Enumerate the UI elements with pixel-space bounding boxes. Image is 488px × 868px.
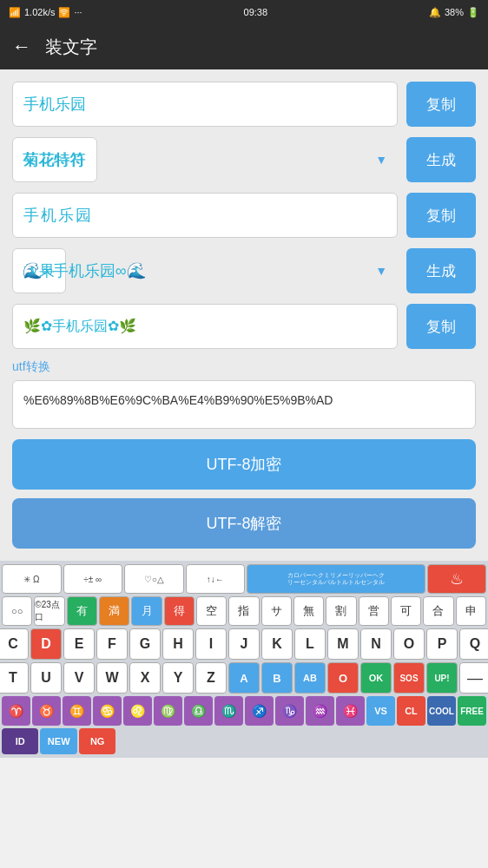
kb-aries[interactable]: ♈	[2, 696, 30, 726]
kb-cn-wu[interactable]: 無	[293, 596, 324, 626]
kb-letter-Q[interactable]: Q	[459, 628, 488, 660]
kb-cn-23[interactable]: ©23点口	[34, 596, 64, 626]
kb-new[interactable]: NEW	[40, 728, 76, 754]
kb-badge-O[interactable]: O	[327, 662, 359, 694]
kb-letter-L[interactable]: L	[294, 628, 326, 660]
back-button[interactable]: ←	[12, 36, 31, 58]
kb-cn-man[interactable]: 満	[99, 596, 129, 626]
kb-badge-A[interactable]: A	[228, 662, 260, 694]
status-bar: 📶 1.02k/s 🛜 ··· 09:38 🔔 38% 🔋	[0, 0, 488, 24]
kb-cn-you[interactable]: 有	[67, 596, 97, 626]
kb-capricorn[interactable]: ♑	[275, 696, 304, 726]
kb-free[interactable]: FREE	[458, 696, 486, 726]
kb-leo[interactable]: ♌	[123, 696, 152, 726]
kb-letter-E[interactable]: E	[63, 628, 95, 660]
kb-cn-row: ○○ ©23点口 有 満 月 得 空 指 サ 無 割 営 可 合 申	[2, 596, 486, 626]
kb-letter-T[interactable]: T	[0, 662, 29, 694]
kb-taurus[interactable]: ♉	[32, 696, 61, 726]
utf-decrypt-button[interactable]: UTF-8解密	[12, 498, 476, 549]
utf-encrypt-button[interactable]: UTF-8加密	[12, 439, 476, 490]
kb-letter-Y[interactable]: Y	[162, 662, 194, 694]
generate-button-2[interactable]: 生成	[406, 248, 476, 293]
kb-letter-M[interactable]: M	[327, 628, 359, 660]
kb-badge-OK[interactable]: OK	[360, 662, 392, 694]
kb-letter-W[interactable]: W	[96, 662, 128, 694]
kb-scorpio[interactable]: ♏	[214, 696, 243, 726]
signal-speed: 1.02k/s	[24, 7, 55, 17]
kb-badge-UP[interactable]: UP!	[426, 662, 458, 694]
kb-cancer[interactable]: ♋	[93, 696, 122, 726]
kb-cn-ke[interactable]: 可	[391, 596, 421, 626]
text-input-1[interactable]	[12, 82, 398, 127]
kb-vs[interactable]: VS	[366, 696, 395, 726]
kb-letter-F[interactable]: F	[96, 628, 128, 660]
battery-icon: 🔋	[467, 7, 479, 18]
kb-cn-de[interactable]: 得	[164, 596, 195, 626]
kb-letters-row1: A B C D E F G H I J K L M N O P Q R S	[2, 628, 486, 660]
dropdown-wrapper-1: 菊花特符 ▼ 菊花特符	[12, 137, 398, 182]
kb-cool[interactable]: COOL	[427, 696, 456, 726]
kb-libra[interactable]: ♎	[184, 696, 213, 726]
kb-letter-U[interactable]: U	[30, 662, 62, 694]
kb-ng[interactable]: NG	[79, 728, 115, 754]
kb-gemini[interactable]: ♊	[63, 696, 91, 726]
kb-cn-circle[interactable]: ○○	[2, 596, 32, 626]
kb-letter-I[interactable]: I	[195, 628, 227, 660]
kb-letter-X[interactable]: X	[129, 662, 161, 694]
copy-button-3[interactable]: 复制	[406, 304, 476, 349]
kb-pisces[interactable]: ♓	[336, 696, 365, 726]
app-header: ← 装文字	[0, 24, 488, 69]
generate-button-1[interactable]: 生成	[406, 137, 476, 182]
kb-cl[interactable]: CL	[397, 696, 425, 726]
kb-virgo[interactable]: ♍	[154, 696, 182, 726]
kb-aquarius[interactable]: ♒	[306, 696, 334, 726]
kb-badge-SOS[interactable]: SOS	[393, 662, 425, 694]
kb-letter-Z[interactable]: Z	[195, 662, 227, 694]
kb-key-hotspring[interactable]: ♨	[427, 564, 487, 594]
kb-letter-V[interactable]: V	[63, 662, 95, 694]
copy-button-1[interactable]: 复制	[406, 82, 476, 127]
text-input-2[interactable]	[12, 193, 398, 238]
kb-cn-ying[interactable]: 営	[359, 596, 389, 626]
kb-cn-he[interactable]: 合	[423, 596, 453, 626]
kb-letter-D[interactable]: D	[30, 628, 62, 660]
kb-id[interactable]: ID	[2, 728, 38, 754]
kb-key-symbols3[interactable]: ♡○△	[124, 564, 184, 594]
kb-letter-K[interactable]: K	[261, 628, 293, 660]
kb-key-symbols2[interactable]: ÷± ∞	[63, 564, 123, 594]
kb-letter-P[interactable]: P	[426, 628, 458, 660]
kb-badge-B[interactable]: B	[261, 662, 293, 694]
kb-sagittarius[interactable]: ♐	[245, 696, 274, 726]
kb-letter-J[interactable]: J	[228, 628, 260, 660]
style-dropdown-1[interactable]: 菊花特符	[12, 137, 97, 182]
kb-spacer-1	[117, 728, 486, 754]
kb-letter-N[interactable]: N	[360, 628, 392, 660]
kb-key-symbols1[interactable]: ✳ Ω	[2, 564, 62, 594]
status-time: 09:38	[244, 7, 268, 17]
kb-letter-C[interactable]: C	[0, 628, 29, 660]
utf-label: utf转换	[12, 359, 476, 375]
kb-dash[interactable]: —	[459, 662, 488, 694]
kb-cn-kong[interactable]: 空	[196, 596, 227, 626]
copy-button-2[interactable]: 复制	[406, 193, 476, 238]
kb-letter-H[interactable]: H	[162, 628, 194, 660]
dropdown-wrapper-2: 效果 ▼ 🌊∞手机乐园∞🌊	[12, 248, 398, 293]
kb-key-arrows[interactable]: ↑↓←	[186, 564, 246, 594]
kb-letter-O[interactable]: O	[393, 628, 425, 660]
kb-cn-ge[interactable]: 割	[326, 596, 356, 626]
kb-badge-AB[interactable]: AB	[294, 662, 326, 694]
page-title: 装文字	[45, 36, 97, 59]
input-row-2: 复制	[12, 193, 476, 238]
text-input-3[interactable]	[12, 304, 398, 349]
kb-cn-zhi[interactable]: 指	[228, 596, 259, 626]
kb-cn-shen[interactable]: 申	[456, 596, 486, 626]
kb-key-japanese[interactable]: カロパーヘクミリメーリッパーヘクリーセンタルバルトルトルセンタル	[247, 564, 425, 594]
kb-letters-row2: T U V W X Y Z A B AB O OK SOS UP! —	[2, 662, 486, 694]
kb-letter-G[interactable]: G	[129, 628, 161, 660]
kb-cn-sa[interactable]: サ	[261, 596, 292, 626]
signal-icon: 📶	[9, 7, 21, 18]
kb-astro-row: ♈ ♉ ♊ ♋ ♌ ♍ ♎ ♏ ♐ ♑ ♒ ♓ VS CL COOL FREE	[2, 696, 486, 726]
effect-dropdown[interactable]: 效果	[12, 248, 66, 293]
keyboard: ✳ Ω ÷± ∞ ♡○△ ↑↓← カロパーヘクミリメーリッパーヘクリーセンタルバ…	[0, 561, 488, 758]
kb-cn-moon[interactable]: 月	[131, 596, 162, 626]
